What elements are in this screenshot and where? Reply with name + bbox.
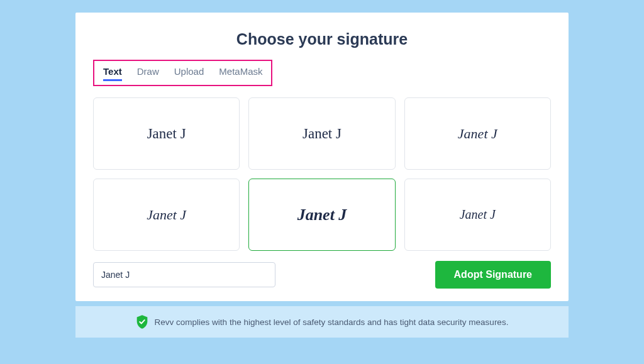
signature-options-grid: Janet J Janet J Janet J Janet J Janet J … [93,97,551,251]
signature-option-1[interactable]: Janet J [93,97,240,170]
shield-check-icon [136,315,148,329]
signature-modal: Choose your signature Text Draw Upload M… [75,13,569,301]
tab-metamask[interactable]: MetaMask [219,66,262,81]
adopt-signature-button[interactable]: Adopt Signature [435,261,551,289]
security-footer: Revv complies with the highest level of … [75,306,569,338]
signature-text-input[interactable] [93,262,275,287]
signature-option-2[interactable]: Janet J [248,97,395,170]
signature-option-4[interactable]: Janet J [93,179,240,251]
security-message: Revv complies with the highest level of … [155,317,509,327]
tabs-container: Text Draw Upload MetaMask [93,60,272,86]
tab-upload[interactable]: Upload [174,66,204,81]
tab-draw[interactable]: Draw [137,66,159,81]
signature-option-5[interactable]: Janet J [248,179,395,251]
signature-option-6[interactable]: Janet J [404,179,551,251]
bottom-row: Adopt Signature [93,261,551,289]
tab-text[interactable]: Text [103,66,122,81]
page-title: Choose your signature [93,30,551,48]
signature-option-3[interactable]: Janet J [404,97,551,170]
